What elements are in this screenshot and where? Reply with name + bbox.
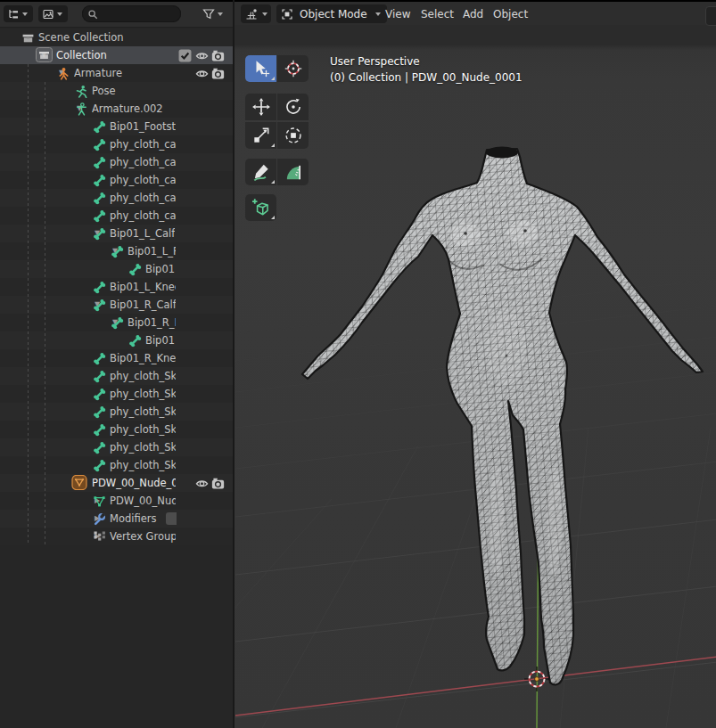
bone-icon (93, 120, 106, 134)
outliner-row-bip01[interactable]: Bip01 (0, 260, 233, 278)
modifier-toggle-fragment[interactable] (166, 512, 177, 525)
outliner-row-vertex-groups[interactable]: ▶Vertex Groups (0, 528, 233, 545)
editor-3d-icon (245, 8, 258, 20)
outliner-row-label: Bip01_R_Knee (110, 352, 176, 364)
scale-tool[interactable] (245, 122, 276, 149)
rotate-tool[interactable] (277, 94, 309, 120)
wireframe-female-mesh[interactable] (302, 147, 703, 685)
outliner-row-bip01-r-knee[interactable]: Bip01_R_Knee (0, 349, 233, 367)
cursor-tool[interactable] (277, 55, 309, 82)
menu-view[interactable]: View (380, 2, 416, 27)
menu-add[interactable]: Add (457, 2, 489, 27)
outliner-row-bip01-l-knee[interactable]: Bip01_L_Knee (0, 278, 233, 296)
menu-select[interactable]: Select (416, 2, 459, 27)
outliner-row-bip01[interactable]: Bip01 (0, 331, 233, 349)
editor-type-dropdown[interactable] (241, 4, 271, 23)
move-tool[interactable] (245, 94, 276, 120)
camera-toggle-icon[interactable] (211, 67, 225, 80)
mesh-object-active-icon (71, 475, 85, 488)
bone-icon (93, 138, 106, 151)
eye-toggle-icon[interactable] (195, 67, 209, 80)
outliner-row-phy-cloth-cap[interactable]: phy_cloth_cap (0, 207, 233, 225)
display-mode-icon (7, 8, 20, 20)
outliner-row-label: phy_cloth_cap (110, 174, 176, 186)
search-field[interactable] (82, 5, 181, 22)
outliner-row-label: Bip01_R_Calf (110, 299, 176, 311)
indent-guide (45, 82, 45, 545)
outliner-row-bip01-l-f[interactable]: ▼Bip01_L_F (0, 242, 233, 260)
outliner-row-bip01-r-f[interactable]: ▼Bip01_R_F (0, 314, 233, 331)
filter-image-icon (42, 8, 54, 20)
outliner-row-phy-cloth-cap[interactable]: phy_cloth_cap (0, 189, 233, 207)
funnel-icon (202, 8, 215, 20)
measure-tool[interactable] (277, 159, 309, 185)
outliner-row-bip01-l-calf[interactable]: ▼Bip01_L_Calf (0, 225, 233, 242)
checkbox-toggle-icon[interactable] (178, 49, 192, 62)
outliner-row-label: PDW_00_Nud (110, 495, 176, 507)
outliner-row-modifiers[interactable]: ▶Modifiers (0, 510, 233, 528)
display-mode-dropdown[interactable] (4, 5, 33, 22)
outliner-row-phy-cloth-ski[interactable]: phy_cloth_Ski (0, 367, 233, 385)
eye-toggle-icon[interactable] (195, 477, 209, 490)
filter-image-dropdown[interactable] (38, 5, 68, 22)
outliner-row-pdw-00-nude-00[interactable]: ▼PDW_00_Nude_00 (0, 474, 233, 492)
neck-opening (486, 147, 518, 159)
outliner-row-scene-collection[interactable]: Scene Collection (0, 29, 233, 46)
menu-object[interactable]: Object (488, 2, 533, 27)
chevron-down-icon (218, 12, 223, 16)
outliner-row-label: phy_cloth_Ski (110, 459, 176, 471)
outliner-row-phy-cloth-ski[interactable]: phy_cloth_Ski (0, 421, 233, 438)
bone-icon (93, 352, 106, 365)
search-input[interactable] (101, 8, 176, 20)
outliner-row-label: Armature (74, 67, 122, 79)
bone-icon (93, 281, 106, 294)
outliner-row-label: Bip01 (145, 334, 175, 347)
outliner-row-bip01-r-calf[interactable]: ▼Bip01_R_Calf (0, 296, 233, 314)
armature-object-icon (57, 67, 70, 80)
viewport-3d[interactable]: Object Mode ViewSelectAddObject User Per… (233, 0, 716, 728)
viewport-options-button[interactable] (705, 6, 716, 26)
outliner-row-label: Pose (92, 85, 116, 97)
outliner-row-phy-cloth-cap[interactable]: phy_cloth_cap (0, 135, 233, 153)
outliner-row-pose[interactable]: Pose (0, 82, 233, 100)
outliner-row-phy-cloth-cap[interactable]: phy_cloth_cap (0, 171, 233, 189)
mode-label: Object Mode (296, 8, 371, 20)
bone-icon (93, 174, 106, 187)
chevron-down-icon (262, 12, 267, 16)
bone-icon (93, 192, 106, 205)
viewport-header: Object Mode ViewSelectAddObject (235, 0, 716, 25)
camera-toggle-icon[interactable] (211, 477, 225, 490)
eye-toggle-icon[interactable] (195, 49, 209, 62)
outliner-row-label: phy_cloth_Ski (110, 405, 176, 418)
bone-icon (93, 405, 106, 419)
outliner-row-label: Bip01_Footste (110, 120, 176, 133)
select-box-tool[interactable] (245, 55, 276, 82)
annotate-tool[interactable] (245, 159, 276, 185)
outliner-row-pdw-00-nud[interactable]: ▶PDW_00_Nud (0, 492, 233, 510)
bone-icon (111, 316, 124, 330)
outliner-row-phy-cloth-ski[interactable]: phy_cloth_Ski (0, 403, 233, 421)
outliner-row-phy-cloth-ski[interactable]: phy_cloth_Ski (0, 438, 233, 456)
view-perspective-label: User Perspective (330, 55, 420, 68)
search-icon (87, 9, 98, 20)
mode-dropdown[interactable]: Object Mode (276, 4, 387, 23)
outliner-row-phy-cloth-cap[interactable]: phy_cloth_cap (0, 153, 233, 171)
outliner-row-collection[interactable]: ▼Collection (0, 46, 233, 64)
transform-tool[interactable] (277, 122, 309, 149)
outliner-row-bip01-footste[interactable]: Bip01_Footste (0, 118, 233, 135)
outliner-row-label: Modifiers (110, 512, 157, 525)
bone-icon (93, 423, 106, 437)
outliner-row-label: phy_cloth_cap (110, 156, 176, 168)
outliner-row-label: Vertex Groups (110, 530, 176, 543)
add-cube-tool[interactable] (245, 194, 276, 221)
outliner-row-label: Bip01_L_F (128, 245, 176, 258)
outliner-row-phy-cloth-ski[interactable]: phy_cloth_Ski (0, 385, 233, 403)
camera-toggle-icon[interactable] (211, 49, 225, 62)
outliner-row-label: phy_cloth_cap (110, 138, 176, 151)
outliner-row-phy-cloth-ski[interactable]: phy_cloth_Ski (0, 456, 233, 474)
outliner-row-label: phy_cloth_Ski (110, 423, 176, 436)
outliner-row-armature[interactable]: ▼Armature (0, 64, 233, 82)
outliner-row-armature-002[interactable]: ▼Armature.002 (0, 100, 233, 118)
chevron-down-icon (57, 12, 62, 16)
filter-dropdown[interactable] (200, 5, 226, 22)
